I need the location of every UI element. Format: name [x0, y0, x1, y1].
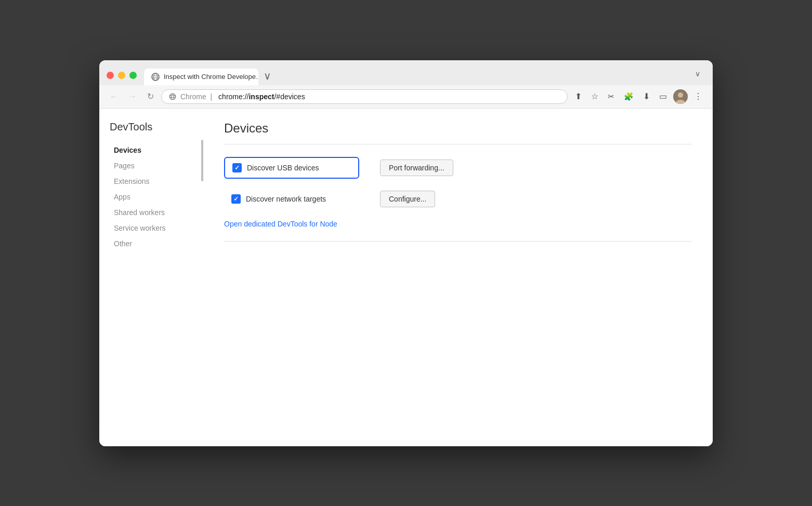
scissors-button[interactable]: ✂	[605, 90, 618, 103]
browser-window: Inspect with Chrome Develope… × ∨ ∨ ← → …	[99, 60, 713, 446]
bottom-divider	[224, 241, 692, 242]
page-content: DevTools Devices Pages Extensions Apps S…	[99, 109, 713, 446]
options-section: ✓ Discover USB devices Port forwarding..…	[224, 157, 692, 229]
toolbar-actions: ⬆ ☆ ✂ 🧩 ⬇ ▭ ⋮	[572, 89, 705, 104]
more-menu-button[interactable]: ⋮	[691, 89, 705, 103]
configure-button[interactable]: Configure...	[380, 191, 435, 207]
tab-favicon	[151, 73, 160, 81]
active-tab[interactable]: Inspect with Chrome Develope… ×	[144, 69, 258, 85]
address-url: chrome://inspect/#devices	[218, 92, 305, 101]
globe-icon	[169, 93, 176, 100]
node-devtools-row: Open dedicated DevTools for Node	[224, 219, 692, 229]
usb-checkmark: ✓	[234, 165, 240, 171]
download-button[interactable]: ⬇	[640, 89, 653, 103]
usb-checkbox[interactable]: ✓	[232, 163, 242, 172]
svg-point-3	[169, 94, 175, 99]
sidebar-item-devices[interactable]: Devices	[110, 143, 193, 157]
usb-option-row: ✓ Discover USB devices Port forwarding..…	[224, 157, 692, 179]
forward-button[interactable]: →	[125, 90, 140, 103]
tab-title: Inspect with Chrome Develope…	[164, 73, 258, 81]
svg-point-0	[152, 73, 159, 81]
sidebar-nav: Devices Pages Extensions Apps Shared wor…	[110, 143, 193, 250]
address-scheme-label: Chrome |	[180, 92, 214, 101]
toolbar: ← → ↻ Chrome | chrome://inspect/#devices…	[99, 85, 713, 109]
scroll-indicator	[201, 140, 203, 181]
sidebar-item-service-workers[interactable]: Service workers	[110, 221, 193, 235]
profile-avatar-icon	[673, 89, 688, 104]
network-option-row: ✓ Discover network targets Configure...	[224, 189, 692, 209]
sidebar-item-shared-workers[interactable]: Shared workers	[110, 206, 193, 219]
tab-strip: Inspect with Chrome Develope… × ∨	[144, 69, 690, 85]
share-button[interactable]: ⬆	[572, 89, 585, 103]
usb-checkbox-group[interactable]: ✓ Discover USB devices	[224, 157, 359, 179]
usb-checkbox-label: Discover USB devices	[247, 164, 319, 172]
network-checkbox[interactable]: ✓	[231, 194, 241, 204]
main-content: Devices ✓ Discover USB devices Port forw…	[203, 109, 713, 446]
minimize-window-button[interactable]	[118, 72, 125, 79]
sidebar-item-apps[interactable]: Apps	[110, 190, 193, 204]
port-forwarding-button[interactable]: Port forwarding...	[380, 159, 453, 176]
traffic-lights	[107, 72, 137, 85]
maximize-window-button[interactable]	[129, 72, 137, 79]
close-window-button[interactable]	[107, 72, 114, 79]
svg-point-7	[678, 92, 683, 98]
network-checkmark: ✓	[233, 196, 239, 202]
back-button[interactable]: ←	[107, 90, 121, 103]
sidebar-item-pages[interactable]: Pages	[110, 159, 193, 172]
sidebar: DevTools Devices Pages Extensions Apps S…	[99, 109, 203, 446]
sidebar-heading: DevTools	[110, 121, 193, 133]
new-tab-button[interactable]: ∨	[259, 69, 276, 83]
extensions-button[interactable]: 🧩	[621, 90, 637, 103]
network-checkbox-label: Discover network targets	[246, 195, 326, 203]
title-bar: Inspect with Chrome Develope… × ∨ ∨	[99, 60, 713, 85]
address-bar[interactable]: Chrome | chrome://inspect/#devices	[161, 89, 568, 104]
bookmark-button[interactable]: ☆	[588, 89, 601, 103]
sidebar-item-extensions[interactable]: Extensions	[110, 175, 193, 188]
sidebar-item-other[interactable]: Other	[110, 237, 193, 250]
node-devtools-link[interactable]: Open dedicated DevTools for Node	[224, 220, 337, 228]
network-checkbox-group[interactable]: ✓ Discover network targets	[224, 189, 359, 209]
page-title: Devices	[224, 121, 692, 136]
avatar[interactable]	[673, 89, 688, 104]
top-divider	[224, 144, 692, 144]
tab-list-button[interactable]: ∨	[690, 65, 705, 84]
sidebar-toggle-button[interactable]: ▭	[656, 89, 670, 103]
reload-button[interactable]: ↻	[144, 90, 157, 103]
